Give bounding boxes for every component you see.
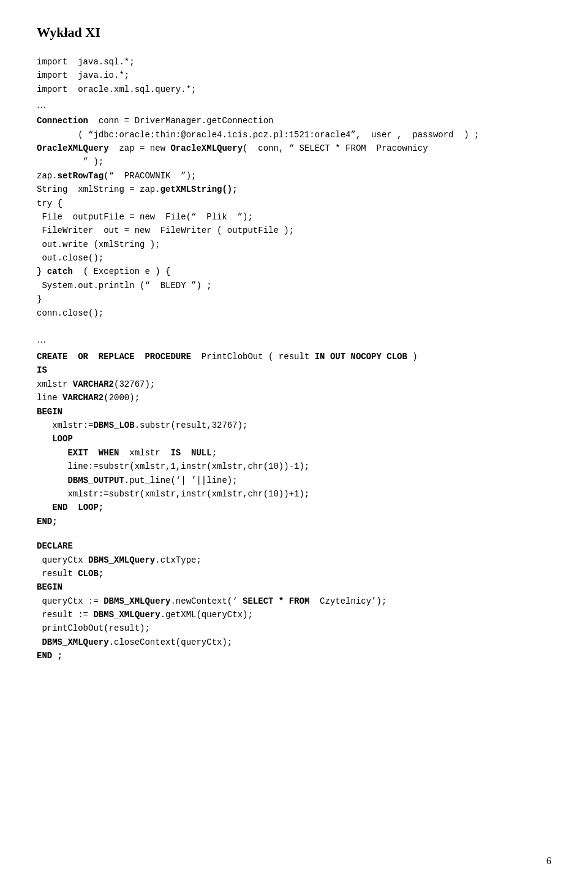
decl-line-2: queryCtx DBMS_XMLQuery.ctxType; (37, 553, 551, 567)
conn-line-1: Connection conn = DriverManager.getConne… (37, 114, 551, 127)
conn-line-9: FileWriter out = new FileWriter ( output… (37, 224, 551, 237)
main-content: Wykład XI import java.sql.*; import java… (37, 25, 551, 663)
decl-line-8: DBMS_XMLQuery.closeContext(queryCtx); (37, 636, 551, 649)
decl-line-4: BEGIN (37, 580, 551, 594)
decl-line-7: printClobOut(result); (37, 621, 551, 635)
conn-line-5: zap.setRowTag(“ PRACOWNIK ”); (37, 169, 551, 183)
proc-line-10: END LOOP; (37, 501, 551, 514)
conn-line-7: try { (37, 197, 551, 210)
import-line-1: import java.sql.*; (37, 55, 551, 69)
decl-line-3: result CLOB; (37, 567, 551, 580)
conn-line-6: String xmlString = zap.getXMLString(); (37, 183, 551, 196)
conn-line-15: conn.close(); (37, 306, 551, 320)
conn-line-14: } (37, 292, 551, 306)
proc-line-11: END; (37, 515, 551, 528)
decl-line-5: queryCtx := DBMS_XMLQuery.newContext(‘ S… (37, 594, 551, 608)
conn-line-8: File outputFile = new File(“ Plik ”); (37, 210, 551, 224)
proc-line-8: DBMS_OUTPUT.put_line(‘| ’||line); (37, 474, 551, 487)
import-section: import java.sql.*; import java.io.*; imp… (37, 55, 551, 96)
conn-line-2: ( “jdbc:oracle:thin:@oracle4.icis.pcz.pl… (37, 128, 551, 142)
procedure-is: IS (37, 363, 551, 377)
conn-line-10: out.write (xmlString ); (37, 238, 551, 251)
procedure-header: CREATE OR REPLACE PROCEDURE PrintClobOut… (37, 350, 551, 363)
ellipsis-2: … (37, 335, 551, 345)
proc-line-4: xmlstr:=DBMS_LOB.substr(result,32767); (37, 419, 551, 432)
conn-line-12: } catch ( Exception e ) { (37, 265, 551, 278)
proc-line-1: xmlstr VARCHAR2(32767); (37, 378, 551, 391)
page-title: Wykład XI (37, 25, 551, 40)
decl-line-9: END ; (37, 649, 551, 663)
proc-line-5: LOOP (37, 432, 551, 446)
procedure-section: CREATE OR REPLACE PROCEDURE PrintClobOut… (37, 350, 551, 528)
ellipsis-1: … (37, 100, 551, 110)
connection-section: Connection conn = DriverManager.getConne… (37, 114, 551, 320)
declare-section: DECLARE queryCtx DBMS_XMLQuery.ctxType; … (37, 539, 551, 663)
conn-line-11: out.close(); (37, 251, 551, 265)
import-line-3: import oracle.xml.sql.query.*; (37, 83, 551, 96)
page-number: 6 (546, 856, 551, 867)
proc-line-6: EXIT WHEN xmlstr IS NULL; (37, 446, 551, 460)
proc-line-3: BEGIN (37, 405, 551, 419)
proc-line-9: xmlstr:=substr(xmlstr,instr(xmlstr,chr(1… (37, 487, 551, 501)
proc-line-7: line:=substr(xmlstr,1,instr(xmlstr,chr(1… (37, 460, 551, 473)
decl-line-1: DECLARE (37, 539, 551, 553)
conn-line-3: OracleXMLQuery zap = new OracleXMLQuery(… (37, 142, 551, 155)
proc-line-2: line VARCHAR2(2000); (37, 391, 551, 405)
conn-line-13: System.out.println (“ BLEDY ”) ; (37, 279, 551, 292)
conn-line-4: ” ); (37, 155, 551, 169)
import-line-2: import java.io.*; (37, 69, 551, 82)
decl-line-6: result := DBMS_XMLQuery.getXML(queryCtx)… (37, 608, 551, 621)
